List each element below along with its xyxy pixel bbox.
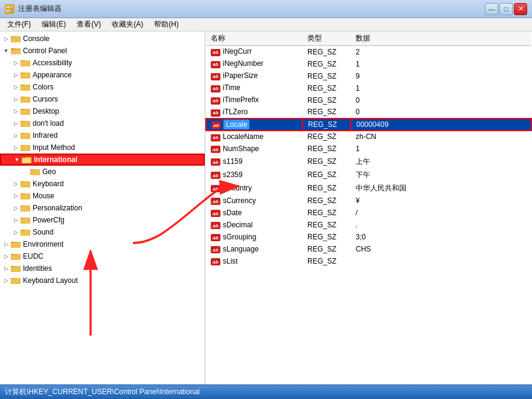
cell-name: abs2359 <box>206 168 303 181</box>
cell-name: absCountry <box>206 181 303 195</box>
cell-type: REG_SZ <box>303 255 351 267</box>
svg-rect-10 <box>11 48 15 50</box>
menu-view[interactable]: 查看(V) <box>72 18 106 31</box>
tree-item-keyboard[interactable]: ▷ Keyboard <box>0 178 205 190</box>
menu-bar: 文件(F) 编辑(E) 查看(V) 收藏夹(A) 帮助(H) <box>0 18 532 31</box>
expand-icon: ▷ <box>12 83 19 91</box>
reg-value-icon: ab <box>211 85 220 92</box>
cell-name: absDate <box>206 207 303 219</box>
svg-rect-8 <box>11 37 20 42</box>
expand-icon: ▷ <box>2 265 10 272</box>
cell-data: . <box>351 219 531 231</box>
cell-name: absLanguage <box>206 243 303 255</box>
tree-label-keyboard: Keyboard <box>33 180 63 188</box>
tree-item-accessibility[interactable]: ▷ Accessibility <box>0 57 205 69</box>
table-row[interactable]: absDecimalREG_SZ. <box>206 219 531 231</box>
tree-item-personalization[interactable]: ▷ Personalization <box>0 202 205 214</box>
folder-icon <box>21 192 30 200</box>
data-panel[interactable]: 名称 类型 数据 abiNegCurrREG_SZ2abiNegNumberRE… <box>205 31 532 384</box>
svg-rect-50 <box>21 206 30 212</box>
expand-icon: ▷ <box>2 241 10 248</box>
cell-name: abiNegNumber <box>206 58 303 70</box>
tree-item-colors[interactable]: ▷ Colors <box>0 81 205 93</box>
table-row[interactable]: abLocaleREG_SZ00000409 <box>206 118 531 131</box>
table-row[interactable]: abiTimeREG_SZ1 <box>206 82 531 94</box>
status-path: 计算机\HKEY_CURRENT_USER\Control Panel\Inte… <box>5 387 200 397</box>
svg-rect-47 <box>21 194 30 199</box>
reg-value-icon: ab <box>211 97 220 105</box>
tree-item-international[interactable]: ▼ International <box>0 154 205 166</box>
cell-type: REG_SZ <box>303 195 351 207</box>
tree-item-sound[interactable]: ▷ Sound <box>0 226 205 238</box>
expand-icon <box>22 168 29 175</box>
table-row[interactable]: absListREG_SZ <box>206 255 531 267</box>
folder-icon <box>11 240 21 248</box>
col-header-name: 名称 <box>206 31 303 46</box>
menu-file[interactable]: 文件(F) <box>2 18 36 31</box>
tree-item-powercfg[interactable]: ▷ PowerCfg <box>0 214 205 226</box>
table-row[interactable]: absCountryREG_SZ中华人民共和国 <box>206 181 531 195</box>
table-row[interactable]: abs2359REG_SZ下午 <box>206 168 531 181</box>
reg-value-icon: ab <box>211 61 220 68</box>
folder-icon <box>21 107 30 115</box>
folder-icon-open <box>22 155 31 164</box>
table-row[interactable]: abiTimePrefixREG_SZ0 <box>206 94 531 106</box>
tree-item-identities[interactable]: ▷ Identities <box>0 262 205 274</box>
expand-icon: ▷ <box>12 180 19 187</box>
tree-label-desktop: Desktop <box>33 107 59 115</box>
reg-value-icon: ab <box>211 134 220 141</box>
tree-panel[interactable]: ▷ Console ▼ Control Panel ▷ A <box>0 31 205 384</box>
table-row[interactable]: abs1159REG_SZ上午 <box>206 155 531 168</box>
cell-name-text: sGrouping <box>223 233 256 241</box>
table-row[interactable]: absCurrencyREG_SZ¥ <box>206 195 531 207</box>
tree-item-environment[interactable]: ▷ Environment <box>0 238 205 250</box>
table-row[interactable]: absGroupingREG_SZ3;0 <box>206 231 531 243</box>
cell-name: absCurrency <box>206 195 303 207</box>
tree-item-appearance[interactable]: ▷ Appearance <box>0 69 205 81</box>
table-row[interactable]: absLanguageREG_SZCHS <box>206 243 531 255</box>
tree-item-input-method[interactable]: ▷ Input Method <box>0 141 205 154</box>
table-row[interactable]: abiPaperSizeREG_SZ9 <box>206 70 531 82</box>
table-row[interactable]: abLocaleNameREG_SZzh-CN <box>206 131 531 143</box>
folder-icon <box>11 264 21 273</box>
svg-rect-56 <box>21 230 30 236</box>
tree-item-desktop[interactable]: ▷ Desktop <box>0 105 205 117</box>
tree-item-geo[interactable]: Geo <box>0 166 205 178</box>
tree-item-console[interactable]: ▷ Console <box>0 33 205 45</box>
table-row[interactable]: abiNegNumberREG_SZ1 <box>206 58 531 70</box>
cell-type: REG_SZ <box>303 207 351 219</box>
reg-value-icon: ab <box>211 234 220 241</box>
cell-type: REG_SZ <box>303 82 351 94</box>
table-row[interactable]: abiNegCurrREG_SZ2 <box>206 46 531 58</box>
table-row[interactable]: abiTLZeroREG_SZ0 <box>206 106 531 118</box>
cell-name-text: LocaleName <box>223 132 263 141</box>
close-button[interactable]: ✕ <box>514 3 527 15</box>
cell-type: REG_SZ <box>303 131 351 143</box>
table-row[interactable]: absDateREG_SZ/ <box>206 207 531 219</box>
cell-name: abiNegCurr <box>206 46 303 58</box>
menu-edit[interactable]: 编辑(E) <box>37 18 71 31</box>
tree-item-cursors[interactable]: ▷ Cursors <box>0 93 205 105</box>
cell-name-text: sLanguage <box>223 245 258 253</box>
tree-item-mouse[interactable]: ▷ Mouse <box>0 190 205 202</box>
tree-item-control-panel[interactable]: ▼ Control Panel <box>0 45 205 57</box>
cell-data: 3;0 <box>351 231 531 243</box>
minimize-button[interactable]: — <box>485 3 498 15</box>
tree-item-keyboard-layout[interactable]: ▷ Keyboard Layout <box>0 274 205 287</box>
expand-icon: ▷ <box>12 120 19 127</box>
reg-value-icon: ab <box>211 198 220 205</box>
cell-name: abs1159 <box>206 155 303 168</box>
tree-item-dont-load[interactable]: ▷ don't load <box>0 117 205 129</box>
folder-icon <box>21 83 30 91</box>
cell-data: CHS <box>351 243 531 255</box>
svg-rect-68 <box>11 279 20 284</box>
maximize-button[interactable]: □ <box>499 3 513 15</box>
tree-item-eudc[interactable]: ▷ EUDC <box>0 250 205 262</box>
menu-help[interactable]: 帮助(H) <box>149 18 184 31</box>
table-row[interactable]: abNumShapeREG_SZ1 <box>206 143 531 155</box>
menu-favorites[interactable]: 收藏夹(A) <box>107 18 148 31</box>
tree-item-infrared[interactable]: ▷ Infrared <box>0 129 205 141</box>
cell-name: abiTime <box>206 82 303 94</box>
svg-rect-41 <box>31 170 39 175</box>
cell-name-text: s1159 <box>223 157 243 166</box>
